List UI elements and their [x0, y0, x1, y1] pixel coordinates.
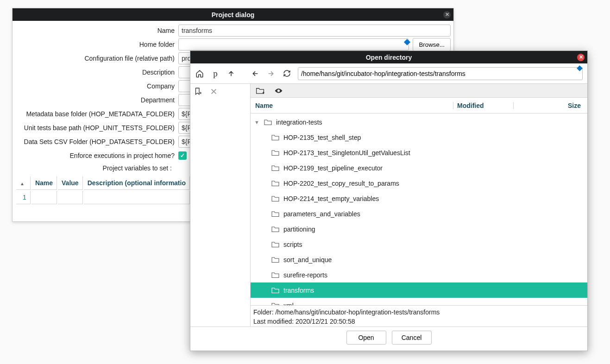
label-company: Company: [15, 82, 178, 90]
tree-item[interactable]: xml: [251, 298, 587, 305]
browse-button[interactable]: Browse...: [413, 38, 451, 51]
path-input[interactable]: [298, 67, 583, 80]
tree-item-label: HOP-2173_test_SingletonUtil_getValuesLis…: [283, 149, 410, 157]
project-icon[interactable]: p: [211, 69, 220, 78]
label-home-folder: Home folder: [15, 41, 178, 48]
tree-item[interactable]: surefire-reports: [251, 267, 587, 282]
add-bookmark-icon[interactable]: [193, 87, 202, 96]
tree-item-label: transforms: [283, 287, 314, 294]
tree-item-label: parameters_and_variables: [283, 210, 360, 218]
column-name[interactable]: Name: [255, 102, 453, 109]
project-dialog-title: Project dialog: [212, 11, 255, 19]
remove-bookmark-icon: [209, 87, 218, 96]
open-button[interactable]: Open: [346, 331, 386, 345]
directory-tree[interactable]: ▼integration-testsHOP-2135_test_shell_st…: [251, 113, 587, 305]
info-modified-label: Last modified:: [253, 318, 296, 325]
bookmarks-pane: [190, 84, 251, 326]
cell-value[interactable]: [58, 191, 83, 204]
tree-item-label: HOP-2135_test_shell_step: [283, 134, 361, 141]
home-icon[interactable]: [195, 69, 204, 78]
home-folder-input[interactable]: [178, 38, 409, 50]
label-project-variables: Project variables to set :: [13, 163, 176, 174]
tree-item[interactable]: HOP-2135_test_shell_step: [251, 130, 587, 145]
tree-item[interactable]: HOP-2202_test_copy_result_to_params: [251, 176, 587, 191]
tree-item[interactable]: sort_and_unique: [251, 252, 587, 267]
files-toolbar: [251, 84, 587, 98]
open-directory-close-icon[interactable]: ✕: [577, 54, 585, 61]
tree-item-label: HOP-2199_test_pipeline_executor: [283, 164, 383, 172]
files-pane: Name Modified Size ▼integration-testsHOP…: [251, 84, 587, 326]
label-name: Name: [15, 27, 178, 34]
files-header: Name Modified Size: [251, 98, 587, 113]
cancel-button[interactable]: Cancel: [392, 331, 432, 345]
column-modified[interactable]: Modified: [453, 102, 513, 109]
enforce-checkbox[interactable]: ✓: [178, 151, 187, 160]
label-department: Department: [15, 96, 178, 104]
name-input[interactable]: [178, 25, 451, 37]
tree-item-label: sort_and_unique: [283, 256, 332, 264]
col-desc[interactable]: Description (optional informatio: [84, 176, 190, 190]
cell-name[interactable]: [31, 191, 57, 204]
open-directory-footer: Open Cancel: [190, 326, 587, 348]
label-metadata-folder: Metadata base folder (HOP_METADATA_FOLDE…: [15, 110, 178, 118]
back-icon[interactable]: [251, 69, 260, 78]
open-directory-toolbar: p: [190, 63, 587, 84]
info-modified-value: 2020/12/21 20:50:58: [296, 318, 355, 325]
tree-item[interactable]: HOP-2173_test_SingletonUtil_getValuesLis…: [251, 145, 587, 160]
cell-desc[interactable]: [84, 191, 190, 204]
info-folder-label: Folder:: [253, 308, 275, 316]
col-sort-icon[interactable]: [16, 176, 31, 190]
tree-item-label: xml: [283, 302, 294, 306]
label-config-file: Configuration file (relative path): [15, 55, 178, 62]
label-unit-tests-folder: Unit tests base path (HOP_UNIT_TESTS_FOL…: [15, 124, 178, 132]
chevron-down-icon[interactable]: ▼: [254, 119, 260, 125]
variables-table: Name Value Description (optional informa…: [15, 176, 191, 205]
tree-root-label: integration-tests: [276, 119, 322, 126]
tree-item-label: HOP-2214_test_empty_variables: [283, 195, 379, 202]
tree-item[interactable]: HOP-2214_test_empty_variables: [251, 191, 587, 206]
info-folder-path: /home/hans/git/incubator-hop/integration…: [275, 308, 440, 316]
open-directory-titlebar: Open directory ✕: [190, 51, 587, 63]
open-directory-dialog: Open directory ✕ p: [190, 50, 588, 351]
table-row[interactable]: 1: [16, 191, 190, 204]
project-dialog-close-icon[interactable]: ✕: [443, 11, 451, 19]
tree-item[interactable]: scripts: [251, 237, 587, 252]
row-index: 1: [16, 191, 31, 204]
forward-icon: [266, 69, 276, 78]
refresh-icon[interactable]: [282, 69, 291, 78]
info-panel: Folder: /home/hans/git/incubator-hop/int…: [251, 305, 587, 326]
col-name[interactable]: Name: [31, 176, 57, 190]
label-datasets-folder: Data Sets CSV Folder (HOP_DATASETS_FOLDE…: [15, 138, 178, 145]
project-dialog-titlebar: Project dialog ✕: [13, 8, 453, 21]
tree-item-label: partitioning: [283, 226, 315, 233]
label-enforce: Enforce executions in project home?: [15, 152, 178, 159]
column-size[interactable]: Size: [513, 102, 583, 109]
show-hidden-icon[interactable]: [274, 86, 283, 95]
up-icon[interactable]: [226, 69, 236, 78]
tree-item-label: surefire-reports: [283, 271, 327, 279]
col-value[interactable]: Value: [58, 176, 83, 190]
open-directory-title: Open directory: [366, 54, 412, 61]
tree-item[interactable]: HOP-2199_test_pipeline_executor: [251, 160, 587, 176]
tree-item[interactable]: parameters_and_variables: [251, 206, 587, 221]
label-description: Description: [15, 69, 178, 76]
tree-item[interactable]: transforms: [251, 282, 587, 298]
tree-item-label: scripts: [283, 241, 302, 248]
tree-item[interactable]: partitioning: [251, 221, 587, 237]
tree-item-label: HOP-2202_test_copy_result_to_params: [283, 180, 399, 187]
tree-root[interactable]: ▼integration-tests: [251, 114, 587, 130]
new-folder-icon[interactable]: [255, 86, 264, 95]
